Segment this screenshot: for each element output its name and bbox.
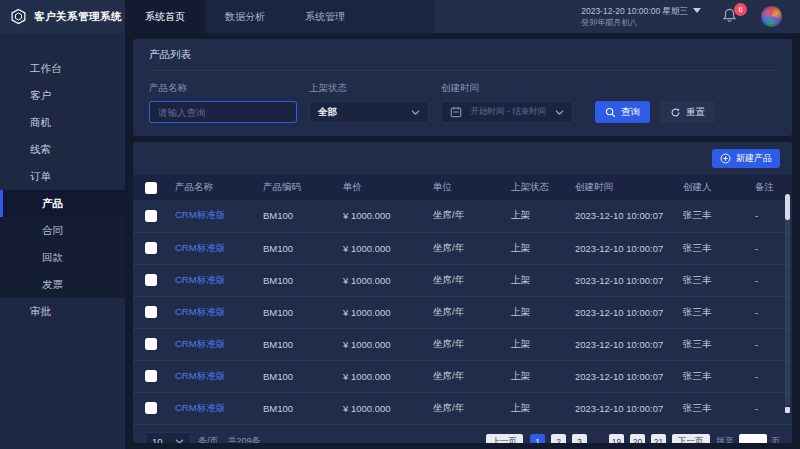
main-content: 产品列表 产品名称 上架状态 全部 创建时间 bbox=[125, 33, 800, 449]
sidebar-item-customer[interactable]: 客户 bbox=[0, 82, 125, 109]
sidebar-item-leads[interactable]: 线索 bbox=[0, 136, 125, 163]
table-row: CRM标准版 BM100 ¥ 1000.000 坐席/年 上架 2023-12-… bbox=[133, 232, 792, 264]
table-header-row: 产品名称 产品编码 单价 单位 上架状态 创建时间 创建人 备注 bbox=[133, 175, 792, 200]
page-number-list: 1 2 3 .. 19 20 21 下一页 bbox=[530, 434, 710, 443]
shelf-status-cell: 上架 bbox=[503, 232, 567, 264]
page-button[interactable]: 下一页 bbox=[672, 434, 710, 443]
product-name-link[interactable]: CRM标准版 bbox=[175, 274, 225, 285]
jump-page-input[interactable] bbox=[739, 434, 767, 444]
sidebar-item-opportunity[interactable]: 商机 bbox=[0, 109, 125, 136]
search-icon bbox=[605, 107, 616, 118]
sidebar-item-product[interactable]: 产品 bbox=[0, 190, 125, 217]
datetime-display[interactable]: 2023-12-20 10:00:00 星期三 癸卯年腊月初八 bbox=[581, 5, 701, 29]
notification-bell[interactable]: 6 bbox=[721, 7, 741, 27]
unit-cell: 坐席/年 bbox=[425, 328, 503, 360]
product-code-cell: BM100 bbox=[255, 392, 335, 424]
created-time-cell: 2023-12-10 10:00:07 bbox=[567, 296, 675, 328]
sidebar-item-workbench[interactable]: 工作台 bbox=[0, 55, 125, 82]
page-button[interactable]: 19 bbox=[609, 434, 624, 443]
datetime-text: 2023-12-20 10:00:00 星期三 bbox=[581, 5, 688, 17]
shelf-status-cell: 上架 bbox=[503, 200, 567, 232]
prev-page-button[interactable]: 上一页 bbox=[486, 434, 524, 443]
page-button[interactable]: 3 bbox=[572, 434, 587, 443]
tab-system-manage[interactable]: 系统管理 bbox=[285, 0, 365, 33]
creator-cell: 张三丰 bbox=[675, 264, 747, 296]
creator-cell: 张三丰 bbox=[675, 296, 747, 328]
refresh-icon bbox=[670, 107, 681, 118]
page-button[interactable]: 21 bbox=[651, 434, 666, 443]
product-name-link[interactable]: CRM标准版 bbox=[175, 209, 225, 220]
created-time-cell: 2023-12-10 10:00:07 bbox=[567, 392, 675, 424]
chevron-down-icon bbox=[555, 109, 564, 116]
product-name-label: 产品名称 bbox=[149, 82, 297, 95]
product-name-link[interactable]: CRM标准版 bbox=[175, 242, 225, 253]
product-table: 产品名称 产品编码 单价 单位 上架状态 创建时间 创建人 备注 bbox=[133, 175, 792, 425]
sidebar-item-payment[interactable]: 回款 bbox=[0, 244, 125, 271]
product-code-cell: BM100 bbox=[255, 232, 335, 264]
shelf-status-label: 上架状态 bbox=[309, 82, 429, 95]
page-size-select[interactable]: 10 bbox=[145, 432, 191, 444]
tab-system-home[interactable]: 系统首页 bbox=[125, 0, 205, 33]
row-checkbox-cell bbox=[133, 360, 167, 392]
create-time-range-picker[interactable]: 开始时间 - 结束时间 bbox=[441, 101, 573, 123]
product-name-link[interactable]: CRM标准版 bbox=[175, 338, 225, 349]
row-checkbox-cell bbox=[133, 232, 167, 264]
product-table-panel: 新建产品 产品名称 产品编码 单价 bbox=[133, 142, 792, 443]
column-header: 创建时间 bbox=[567, 175, 675, 200]
shelf-status-cell: 上架 bbox=[503, 360, 567, 392]
row-checkbox[interactable] bbox=[145, 210, 157, 222]
shelf-status-select[interactable]: 全部 bbox=[309, 101, 429, 123]
row-checkbox-cell bbox=[133, 264, 167, 296]
row-checkbox[interactable] bbox=[145, 370, 157, 382]
sidebar-item-approval[interactable]: 审批 bbox=[0, 298, 125, 325]
created-time-cell: 2023-12-10 10:00:07 bbox=[567, 360, 675, 392]
unit-price-cell: ¥ 1000.000 bbox=[335, 392, 425, 424]
sidebar-item-orders[interactable]: 订单 bbox=[0, 163, 125, 190]
table-row: CRM标准版 BM100 ¥ 1000.000 坐席/年 上架 2023-12-… bbox=[133, 392, 792, 424]
select-all-checkbox[interactable] bbox=[145, 182, 157, 194]
tab-data-analysis[interactable]: 数据分析 bbox=[205, 0, 285, 33]
table-row: CRM标准版 BM100 ¥ 1000.000 坐席/年 上架 2023-12-… bbox=[133, 296, 792, 328]
product-name-link[interactable]: CRM标准版 bbox=[175, 370, 225, 381]
plus-circle-icon bbox=[720, 153, 731, 164]
unit-price-cell: ¥ 1000.000 bbox=[335, 328, 425, 360]
app-logo-icon bbox=[10, 8, 27, 25]
product-name-input[interactable] bbox=[149, 101, 297, 123]
user-avatar[interactable] bbox=[761, 6, 782, 27]
row-checkbox-cell bbox=[133, 328, 167, 360]
page-button[interactable]: 1 bbox=[530, 434, 545, 443]
create-product-label: 新建产品 bbox=[736, 152, 772, 165]
row-checkbox[interactable] bbox=[145, 306, 157, 318]
shelf-status-value: 全部 bbox=[318, 106, 337, 119]
row-checkbox[interactable] bbox=[145, 338, 157, 350]
date-range-placeholder: 开始时间 - 结束时间 bbox=[468, 106, 549, 118]
product-name-link[interactable]: CRM标准版 bbox=[175, 402, 225, 413]
notification-badge: 6 bbox=[734, 3, 747, 16]
creator-cell: 张三丰 bbox=[675, 392, 747, 424]
sidebar-item-invoice[interactable]: 发票 bbox=[0, 271, 125, 298]
reset-button[interactable]: 重置 bbox=[660, 101, 715, 123]
scrollbar-end-button[interactable] bbox=[785, 407, 790, 413]
column-header: 创建人 bbox=[675, 175, 747, 200]
row-checkbox[interactable] bbox=[145, 274, 157, 286]
search-button[interactable]: 查询 bbox=[595, 101, 650, 123]
unit-price-cell: ¥ 1000.000 bbox=[335, 200, 425, 232]
shelf-status-cell: 上架 bbox=[503, 392, 567, 424]
page-button[interactable]: 2 bbox=[551, 434, 566, 443]
select-all-cell bbox=[133, 175, 167, 200]
shelf-status-cell: 上架 bbox=[503, 328, 567, 360]
scrollbar-thumb[interactable] bbox=[785, 194, 790, 220]
product-name-link[interactable]: CRM标准版 bbox=[175, 306, 225, 317]
app-logo-area: 客户关系管理系统 bbox=[0, 0, 125, 33]
created-time-cell: 2023-12-10 10:00:07 bbox=[567, 328, 675, 360]
page-button[interactable]: 20 bbox=[630, 434, 645, 443]
create-product-button[interactable]: 新建产品 bbox=[712, 149, 780, 168]
table-scrollbar[interactable] bbox=[785, 194, 790, 405]
unit-cell: 坐席/年 bbox=[425, 392, 503, 424]
sidebar-item-contract[interactable]: 合同 bbox=[0, 217, 125, 244]
row-checkbox[interactable] bbox=[145, 402, 157, 414]
column-header: 产品编码 bbox=[255, 175, 335, 200]
page-button[interactable]: .. bbox=[593, 434, 603, 443]
row-checkbox[interactable] bbox=[145, 242, 157, 254]
orders-submenu: 产品 合同 回款 发票 bbox=[0, 190, 125, 298]
